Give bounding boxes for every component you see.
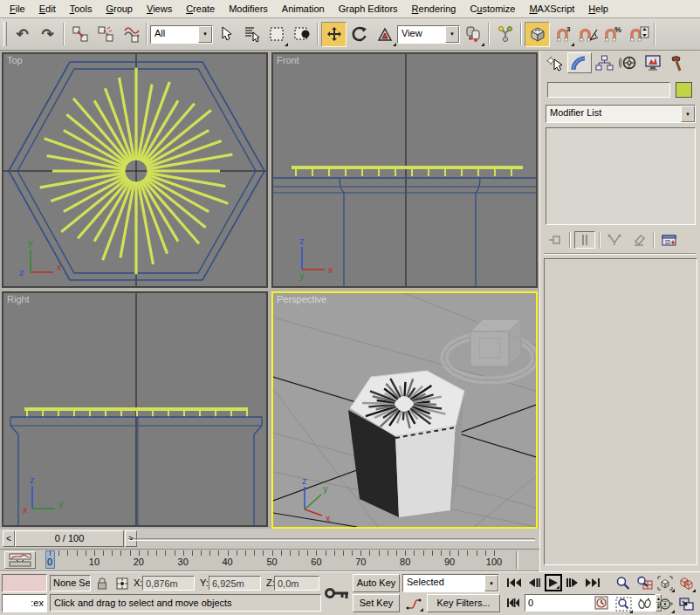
select-and-move-button[interactable] xyxy=(321,22,347,47)
configure-modifier-sets-button[interactable] xyxy=(658,231,679,249)
menu-item-create[interactable]: Create xyxy=(179,1,222,17)
zoom-extents-all-button[interactable] xyxy=(676,573,697,593)
snaps-3d-cube-toggle[interactable] xyxy=(525,22,550,47)
key-filters-button[interactable]: Key Filters... xyxy=(427,594,500,612)
svg-text:x: x xyxy=(57,262,62,272)
next-frame-step-button[interactable] xyxy=(564,574,580,591)
menu-item-modifiers[interactable]: Modifiers xyxy=(222,1,275,17)
track-bar-tick xyxy=(165,550,166,556)
tab-utilities[interactable] xyxy=(665,52,690,73)
menu-item-tools[interactable]: Tools xyxy=(63,1,100,17)
select-and-rotate-button[interactable] xyxy=(347,22,372,47)
zoom-extents-button[interactable] xyxy=(655,573,676,593)
remove-modifier-button[interactable] xyxy=(628,231,649,249)
tab-create[interactable] xyxy=(543,52,567,73)
menu-item-animation[interactable]: Animation xyxy=(275,1,332,17)
snaps-toggle-button[interactable]: 3 xyxy=(550,22,575,47)
menu-item-maxscript[interactable]: MAXScript xyxy=(522,1,581,17)
select-and-link-button[interactable] xyxy=(67,22,93,47)
menu-item-help[interactable]: Help xyxy=(581,1,615,17)
time-slider-track[interactable] xyxy=(128,538,535,541)
select-and-manipulate-button[interactable] xyxy=(492,22,518,47)
menu-item-graph-editors[interactable]: Graph Editors xyxy=(332,1,405,17)
rectangular-selection-region-button[interactable] xyxy=(264,22,289,47)
chevron-down-icon[interactable]: ▼ xyxy=(198,26,212,43)
previous-frame-step-button[interactable] xyxy=(526,574,543,591)
x-coordinate-field[interactable] xyxy=(142,576,195,591)
default-tangent-button[interactable] xyxy=(402,594,424,612)
menu-item-file[interactable]: File xyxy=(3,1,32,17)
menu-item-views[interactable]: Views xyxy=(140,1,179,17)
go-to-start-button[interactable] xyxy=(504,574,524,591)
select-and-scale-button[interactable] xyxy=(372,22,397,47)
viewport-right[interactable]: Right z x y xyxy=(2,291,268,527)
track-bar-tick xyxy=(272,550,273,556)
rollout-area[interactable] xyxy=(544,258,697,565)
menu-item-rendering[interactable]: Rendering xyxy=(405,1,463,17)
zoom-button[interactable] xyxy=(613,573,634,593)
select-by-name-button[interactable] xyxy=(238,22,264,47)
show-end-result-button[interactable] xyxy=(574,231,595,249)
key-selection-dropdown[interactable]: Selected ▼ xyxy=(402,574,499,592)
object-name-field[interactable] xyxy=(547,82,670,98)
play-animation-button[interactable] xyxy=(545,574,562,591)
time-slider-handle[interactable]: 0 / 100 xyxy=(15,530,124,547)
reference-coordinate-dropdown[interactable]: View ▼ xyxy=(397,25,460,44)
key-mode-toggle-button[interactable] xyxy=(504,594,522,612)
redo-button[interactable]: ↷ xyxy=(35,22,60,47)
auto-key-button[interactable]: Auto Key xyxy=(353,574,400,592)
arc-rotate-button[interactable] xyxy=(655,594,676,614)
viewport-perspective[interactable]: Perspective xyxy=(271,291,538,529)
chevron-down-icon[interactable]: ▼ xyxy=(445,26,459,43)
use-pivot-point-center-button[interactable] xyxy=(460,22,485,47)
pan-view-button[interactable] xyxy=(634,594,655,614)
make-unique-button[interactable] xyxy=(604,231,625,249)
menu-item-customize[interactable]: Customize xyxy=(463,1,522,17)
y-coordinate-field[interactable] xyxy=(209,576,261,591)
z-coordinate-field[interactable] xyxy=(274,576,319,591)
menu-item-group[interactable]: Group xyxy=(99,1,140,17)
track-bar-ruler[interactable]: 0102030405060708090100 xyxy=(38,550,518,571)
toolbar-grip[interactable] xyxy=(3,22,7,46)
percent-snap-toggle-button[interactable]: % xyxy=(600,22,626,47)
tab-hierarchy[interactable] xyxy=(592,52,616,73)
selection-status-field[interactable]: None Se xyxy=(50,575,91,591)
viewport-front[interactable]: Front z y x xyxy=(271,52,538,288)
curve-editor-icon xyxy=(9,553,31,567)
selection-lock-toggle[interactable] xyxy=(93,575,111,591)
tab-motion[interactable] xyxy=(616,52,641,73)
bind-to-space-warp-button[interactable] xyxy=(118,22,143,47)
previous-frame-button[interactable]: < xyxy=(3,530,15,547)
modifier-list-dropdown[interactable]: Modifier List ▼ xyxy=(546,105,696,123)
chevron-down-icon[interactable]: ▼ xyxy=(484,575,498,591)
absolute-mode-toggle[interactable] xyxy=(113,575,131,591)
set-keys-button[interactable] xyxy=(323,574,351,612)
menu-item-edit[interactable]: Edit xyxy=(32,1,63,17)
mini-curve-editor-button[interactable] xyxy=(4,551,36,569)
undo-button[interactable]: ↶ xyxy=(10,22,35,47)
time-configuration-button[interactable] xyxy=(593,594,610,612)
zoom-region-button[interactable] xyxy=(613,594,634,614)
show-end-result-icon xyxy=(580,234,590,246)
track-bar-tick xyxy=(245,550,246,556)
unlink-selection-button[interactable] xyxy=(93,22,118,47)
command-panel-tabs xyxy=(543,52,690,73)
viewport-top[interactable]: Top y z x xyxy=(2,52,268,288)
spinner-snap-toggle-button[interactable] xyxy=(626,22,651,47)
zoom-all-button[interactable] xyxy=(634,573,655,593)
macro-recorder-pane[interactable] xyxy=(2,574,47,592)
tab-display[interactable] xyxy=(641,52,665,73)
select-object-button[interactable] xyxy=(213,22,238,47)
chevron-down-icon[interactable]: ▼ xyxy=(681,106,695,122)
tab-modify[interactable] xyxy=(567,52,592,73)
window-crossing-toggle-button[interactable] xyxy=(289,22,314,47)
pin-stack-button[interactable] xyxy=(545,231,566,249)
angle-snap-toggle-button[interactable] xyxy=(575,22,600,47)
maxscript-listener-pane[interactable]: :ex xyxy=(2,594,47,612)
object-color-swatch[interactable] xyxy=(676,82,692,98)
selection-filter-dropdown[interactable]: All ▼ xyxy=(150,25,213,44)
set-key-button[interactable]: Set Key xyxy=(353,594,400,612)
go-to-end-button[interactable] xyxy=(582,574,602,591)
min-max-toggle-button[interactable] xyxy=(676,594,697,614)
modifier-stack-list[interactable] xyxy=(546,127,696,225)
